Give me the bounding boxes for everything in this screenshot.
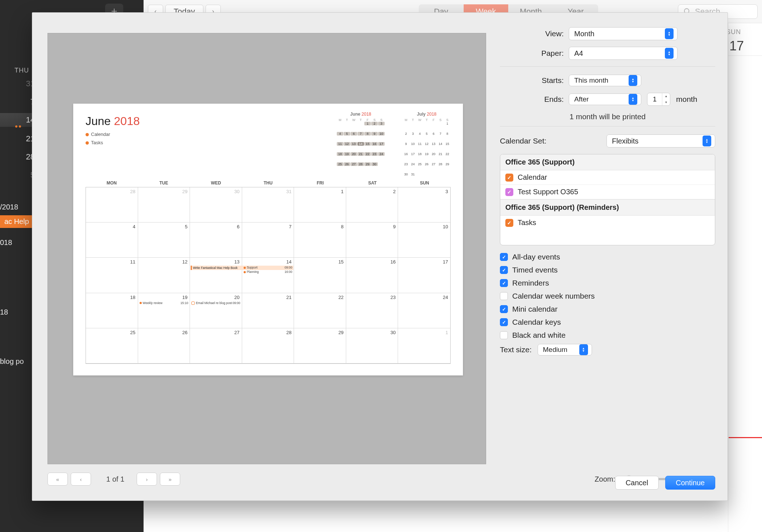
textsize-select[interactable]: Medium ▲▼ — [538, 344, 592, 356]
checkbox[interactable]: ✓ — [500, 266, 508, 274]
select-value: Medium — [543, 346, 568, 354]
event-dots — [15, 125, 21, 128]
ends-select[interactable]: After ▲▼ — [569, 93, 641, 105]
mini-day[interactable]: 31 — [13, 79, 35, 88]
key-item: Calendar — [91, 132, 110, 137]
calendar-group-header: Office 365 (Support) (Reminders) — [500, 199, 715, 216]
print-preview-page: June 2018 Calendar Tasks June 2018 MTWTF… — [73, 104, 463, 375]
view-label: View: — [500, 29, 569, 38]
view-select[interactable]: Month ▲▼ — [569, 27, 678, 40]
calendar-item-label: Tasks — [518, 219, 536, 227]
event-dot: Weekly review — [140, 301, 163, 305]
select-value: A4 — [574, 49, 583, 58]
option-label: Reminders — [512, 279, 549, 287]
print-dialog: June 2018 Calendar Tasks June 2018 MTWTF… — [32, 12, 728, 501]
calendar-item-label: Test Support O365 — [518, 188, 578, 196]
event-dot: Support — [244, 266, 258, 269]
grid-line — [728, 23, 728, 532]
current-time-line — [729, 437, 762, 438]
checkbox-icon[interactable]: ✓ — [505, 219, 513, 227]
unit-label: month — [676, 95, 697, 104]
calendar-set-label: Calendar Set: — [500, 137, 554, 145]
mini-cal-july: July 2018 MTWTFSS 1 2345678 910111213141… — [403, 112, 451, 183]
reminder-item: Email Michael re blog post — [191, 301, 232, 305]
weekday-number: 17 — [729, 38, 744, 54]
calendar-item[interactable]: ✓ Calendar — [500, 170, 715, 185]
last-page-button[interactable]: » — [160, 473, 180, 486]
mini-day[interactable]: 7 — [13, 97, 35, 107]
checkbox-icon[interactable]: ✓ — [505, 174, 513, 182]
textsize-label: Text size: — [500, 345, 532, 354]
first-page-button[interactable]: « — [47, 473, 68, 486]
chevron-updown-icon: ▲▼ — [579, 344, 588, 355]
chevron-updown-icon: ▲▼ — [703, 136, 711, 146]
select-value: After — [574, 95, 589, 103]
divider — [500, 126, 715, 126]
calendar-set-select[interactable]: Flexibits ▲▼ — [606, 134, 715, 147]
continue-button[interactable]: Continue — [665, 476, 715, 490]
checkbox[interactable]: ✓ — [500, 253, 508, 261]
option-label: All-day events — [512, 253, 560, 261]
ends-label: Ends: — [500, 95, 569, 104]
mini-cal-june: June 2018 MTWTFSS 123 45678910 111213141… — [337, 112, 385, 183]
divider — [500, 66, 715, 67]
mini-weekday-label: THU — [15, 67, 29, 74]
calendar-item-label: Calendar — [518, 173, 547, 182]
select-value: This month — [574, 76, 608, 84]
select-value: Flexibits — [612, 137, 638, 145]
cancel-button[interactable]: Cancel — [615, 476, 659, 490]
print-hint: 1 month will be printed — [500, 112, 715, 121]
print-options: ✓All-day events ✓Timed events ✓Reminders… — [500, 253, 715, 340]
chevron-updown-icon: ▲▼ — [665, 48, 674, 59]
mini-day[interactable]: 28 — [13, 152, 35, 162]
checkbox[interactable] — [500, 292, 508, 300]
paper-select[interactable]: A4 ▲▼ — [569, 47, 678, 60]
calendar-item[interactable]: ✓ Test Support O365 — [500, 185, 715, 199]
mini-day[interactable]: 14 — [13, 115, 35, 125]
print-settings: View: Month ▲▼ Paper: A4 ▲▼ Starts: This… — [500, 27, 715, 490]
calendar-list[interactable]: Office 365 (Support) ✓ Calendar ✓ Test S… — [500, 154, 715, 245]
chevron-updown-icon: ▲▼ — [665, 28, 674, 39]
checkbox[interactable] — [500, 331, 508, 339]
month-count-stepper[interactable]: 1 ▲▼ — [647, 93, 670, 106]
sidebar-event[interactable]: ac Help — [0, 215, 33, 228]
print-preview-pane: June 2018 Calendar Tasks June 2018 MTWTF… — [47, 33, 486, 464]
option-label: Black and white — [512, 331, 566, 340]
key-item: Tasks — [91, 140, 103, 145]
prev-page-button[interactable]: ‹ — [71, 473, 91, 486]
select-value: Month — [574, 30, 595, 38]
mini-day[interactable]: 21 — [13, 134, 35, 144]
sidebar-text: 18 — [0, 308, 8, 316]
starts-select[interactable]: This month ▲▼ — [569, 75, 641, 86]
stepper-value: 1 — [647, 95, 662, 103]
preview-month: June — [86, 115, 111, 128]
checkbox[interactable]: ✓ — [500, 305, 508, 313]
option-label: Calendar week numbers — [512, 292, 595, 300]
checkbox[interactable]: ✓ — [500, 279, 508, 287]
option-label: Calendar keys — [512, 318, 561, 327]
starts-label: Starts: — [500, 76, 569, 85]
checkbox-icon[interactable]: ✓ — [505, 188, 513, 196]
calendar-group-header: Office 365 (Support) — [500, 154, 715, 170]
next-page-button[interactable]: › — [137, 473, 157, 486]
calendar-item[interactable]: ✓ Tasks — [500, 216, 715, 230]
preview-year: 2018 — [114, 115, 140, 128]
sidebar-text: /2018 — [0, 203, 18, 211]
option-label: Timed events — [512, 266, 558, 274]
chevron-updown-icon: ▲▼ — [629, 94, 637, 105]
sidebar-text: blog po — [0, 357, 24, 366]
preview-month-grid: MONTUE WEDTHU FRISAT SUN 28 29 30 31 1 2… — [86, 180, 451, 365]
chevron-updown-icon: ▲▼ — [629, 75, 637, 86]
page-indicator: 1 of 1 — [106, 475, 124, 483]
sidebar-text: 018 — [0, 238, 12, 247]
weekday-label: SUN — [726, 28, 741, 36]
checkbox[interactable]: ✓ — [500, 318, 508, 326]
mini-calendars: June 2018 MTWTFSS 123 45678910 111213141… — [337, 112, 451, 183]
option-label: Mini calendar — [512, 305, 558, 313]
event-dot: Planning — [244, 270, 259, 274]
stepper-arrows[interactable]: ▲▼ — [662, 93, 670, 105]
mini-day[interactable]: 5 — [13, 170, 35, 180]
paper-label: Paper: — [500, 49, 569, 58]
